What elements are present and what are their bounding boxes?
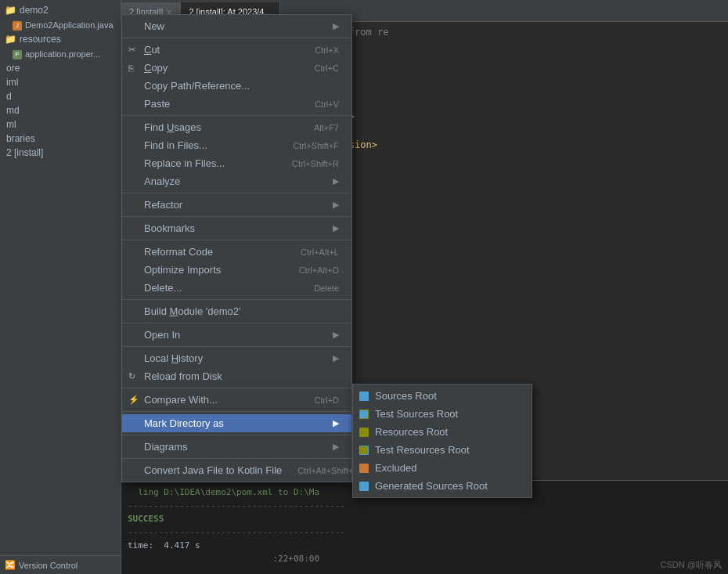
- sidebar-item-iml[interactable]: iml: [0, 75, 121, 89]
- find-files-label: Find in Files...: [144, 139, 207, 151]
- submenu-resources-root[interactable]: Resources Root: [353, 423, 532, 441]
- menu-item-reload[interactable]: ↻ Reload from Disk: [122, 367, 351, 385]
- menu-item-copy[interactable]: ⎘ Copy Ctrl+C: [122, 59, 351, 77]
- submenu-excluded-root[interactable]: Excluded: [353, 459, 532, 477]
- resources-root-label: Resources Root: [375, 426, 448, 438]
- replace-files-label: Replace in Files...: [144, 157, 225, 169]
- optimize-label: Optimize Imports: [144, 264, 221, 276]
- local-history-arrow-icon: ▶: [333, 353, 339, 363]
- convert-shortcut: Ctrl+Alt+Shift+K: [297, 466, 359, 475]
- menu-sep-7: [122, 323, 351, 323]
- menu-item-open-in[interactable]: Open In ▶: [122, 326, 351, 344]
- find-files-shortcut: Ctrl+Shift+F: [293, 141, 339, 150]
- test-sources-root-label: Test Sources Root: [375, 408, 458, 420]
- open-in-label: Open In: [144, 329, 180, 341]
- analyze-label: Analyze: [144, 175, 180, 187]
- sidebar-item-install[interactable]: 2 [install]: [0, 146, 121, 160]
- sidebar-item-ml[interactable]: ml: [0, 117, 121, 132]
- mark-dir-arrow-icon: ▶: [333, 418, 339, 428]
- submenu-test-resources-root[interactable]: Test Resources Root: [353, 441, 532, 459]
- sidebar-prop-label: application.proper...: [25, 49, 100, 59]
- sidebar-item-md[interactable]: md: [0, 103, 121, 117]
- replace-files-shortcut: Ctrl+Shift+R: [292, 159, 339, 168]
- menu-item-delete[interactable]: Delete... Delete: [122, 279, 351, 297]
- submenu-sources-root[interactable]: Sources Root: [353, 387, 532, 405]
- refactor-arrow-icon: ▶: [333, 200, 339, 210]
- new-label: New: [144, 20, 164, 32]
- test-resources-root-label: Test Resources Root: [375, 444, 470, 456]
- menu-item-mark-dir[interactable]: Mark Directory as ▶: [122, 414, 351, 432]
- open-in-arrow-icon: ▶: [333, 330, 339, 340]
- sidebar-item-resources[interactable]: 📁 resources: [0, 32, 121, 46]
- compare-shortcut: Ctrl+D: [315, 395, 339, 405]
- sidebar-item-java[interactable]: J Demo2Application.java: [0, 17, 121, 32]
- menu-item-paste[interactable]: Paste Ctrl+V: [122, 95, 351, 113]
- sidebar-item-properties[interactable]: P application.proper...: [0, 46, 121, 61]
- mark-dir-label: Mark Directory as: [144, 417, 224, 429]
- menu-sep-5: [122, 240, 351, 240]
- bookmarks-arrow-icon: ▶: [333, 223, 339, 233]
- mark-dir-submenu: Sources Root Test Sources Root Resources…: [352, 384, 532, 498]
- menu-item-diagrams[interactable]: Diagrams ▶: [122, 438, 351, 456]
- menu-sep-12: [122, 458, 351, 459]
- build-line-timestamp: :22+08:00: [128, 552, 722, 565]
- delete-shortcut: Delete: [314, 283, 339, 293]
- build-module-label: Build Module 'demo2': [144, 305, 241, 317]
- menu-item-replace-files[interactable]: Replace in Files... Ctrl+Shift+R: [122, 154, 351, 172]
- folder-icon: 📁: [5, 5, 16, 16]
- menu-item-copy-path[interactable]: Copy Path/Reference...: [122, 77, 351, 95]
- menu-item-compare[interactable]: ⚡ Compare With... Ctrl+D: [122, 391, 351, 409]
- menu-item-find-usages[interactable]: Find Usages Alt+F7: [122, 118, 351, 136]
- sidebar: 📁 demo2 J Demo2Application.java 📁 resour…: [0, 0, 121, 574]
- new-arrow-icon: ▶: [333, 21, 339, 31]
- menu-sep-8: [122, 346, 351, 347]
- sources-root-icon: [359, 392, 369, 401]
- menu-item-cut[interactable]: ✂ Cut Ctrl+X: [122, 41, 351, 59]
- sidebar-demo2-label: demo2: [20, 5, 49, 16]
- submenu-test-sources-root[interactable]: Test Sources Root: [353, 405, 532, 423]
- submenu-generated-sources-root[interactable]: Generated Sources Root: [353, 477, 532, 495]
- optimize-shortcut: Ctrl+Alt+O: [299, 265, 339, 275]
- menu-item-optimize[interactable]: Optimize Imports Ctrl+Alt+O: [122, 261, 351, 279]
- reformat-shortcut: Ctrl+Alt+L: [301, 247, 339, 257]
- context-menu: New ▶ ✂ Cut Ctrl+X ⎘ Copy Ctrl+C Copy Pa…: [121, 14, 352, 482]
- menu-item-convert[interactable]: Convert Java File to Kotlin File Ctrl+Al…: [122, 461, 351, 479]
- menu-item-analyze[interactable]: Analyze ▶: [122, 172, 351, 190]
- sidebar-resources-label: resources: [20, 34, 61, 45]
- build-line-separator1: ----------------------------------------…: [128, 499, 722, 512]
- diagrams-label: Diagrams: [144, 441, 188, 453]
- sidebar-item-demo2[interactable]: 📁 demo2: [0, 3, 121, 17]
- vc-icon: 🔀: [5, 560, 16, 570]
- compare-label: Compare With...: [144, 394, 218, 406]
- version-control-bar[interactable]: 🔀 Version Control: [0, 555, 121, 574]
- build-line-success: SUCCESS: [128, 512, 722, 525]
- menu-item-bookmarks[interactable]: Bookmarks ▶: [122, 219, 351, 237]
- menu-item-new[interactable]: New ▶: [122, 17, 351, 35]
- reload-icon: ↻: [128, 371, 135, 381]
- menu-sep-4: [122, 216, 351, 217]
- find-usages-label: Find Usages: [144, 121, 201, 133]
- menu-item-reformat[interactable]: Reformat Code Ctrl+Alt+L: [122, 243, 351, 261]
- excluded-root-label: Excluded: [375, 462, 416, 474]
- sidebar-item-ore[interactable]: ore: [0, 61, 121, 75]
- menu-item-refactor[interactable]: Refactor ▶: [122, 196, 351, 214]
- cut-icon: ✂: [128, 45, 135, 55]
- copy-label: Copy: [144, 62, 168, 74]
- paste-shortcut: Ctrl+V: [315, 99, 339, 109]
- watermark: CSDN @听春风: [661, 559, 722, 571]
- menu-sep-6: [122, 299, 351, 300]
- convert-label: Convert Java File to Kotlin File: [144, 464, 282, 476]
- delete-label: Delete...: [144, 282, 182, 294]
- compare-icon: ⚡: [128, 395, 139, 405]
- diagrams-arrow-icon: ▶: [333, 442, 339, 452]
- menu-item-local-history[interactable]: Local History ▶: [122, 349, 351, 367]
- menu-item-find-files[interactable]: Find in Files... Ctrl+Shift+F: [122, 136, 351, 154]
- sidebar-item-d[interactable]: d: [0, 89, 121, 103]
- cut-label: Cut: [144, 44, 160, 56]
- sidebar-item-libraries[interactable]: braries: [0, 132, 121, 146]
- find-usages-shortcut: Alt+F7: [314, 123, 339, 132]
- watermark-text: CSDN @听春风: [661, 560, 722, 569]
- menu-sep-9: [122, 388, 351, 388]
- menu-item-build-module[interactable]: Build Module 'demo2': [122, 302, 351, 320]
- test-resources-root-icon: [359, 446, 369, 455]
